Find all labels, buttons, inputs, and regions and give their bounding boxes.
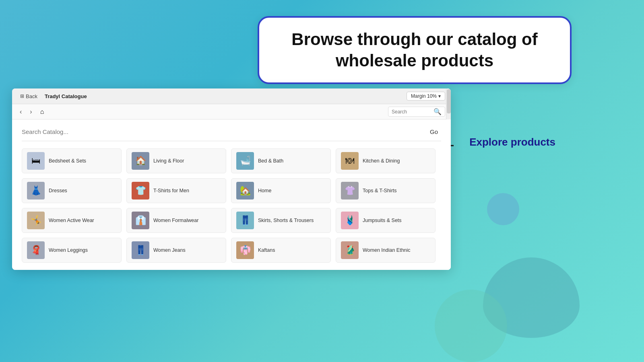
category-icon-bedbath: 🛁 bbox=[240, 156, 251, 165]
category-thumb-tops: 👚 bbox=[341, 182, 359, 200]
content-area: Go 🛏 Bedsheet & Sets 🏠 Living & Floor 🛁 … bbox=[12, 119, 451, 270]
forward-nav-button[interactable]: › bbox=[28, 107, 34, 116]
window-title: Tradyl Catalogue bbox=[45, 93, 402, 99]
category-icon-activewear: 🤸 bbox=[31, 216, 41, 225]
back-icon: ⊞ bbox=[20, 93, 24, 99]
category-icon-indianethnic: 🥻 bbox=[345, 246, 355, 255]
category-card-bedsheet[interactable]: 🛏 Bedsheet & Sets bbox=[22, 148, 122, 173]
catalogue-window: ⊞ Back Tradyl Catalogue Margin 10% ▾ ‹ ›… bbox=[12, 88, 451, 270]
category-thumb-bedbath: 🛁 bbox=[236, 152, 254, 170]
go-button[interactable]: Go bbox=[427, 127, 441, 137]
chevron-down-icon: ▾ bbox=[438, 93, 441, 99]
category-label-tops: Tops & T-Shirts bbox=[363, 188, 397, 193]
category-label-bedsheet: Bedsheet & Sets bbox=[49, 158, 86, 164]
category-label-jumpsuits: Jumpsuits & Sets bbox=[363, 218, 402, 223]
category-icon-skirts: 👖 bbox=[240, 216, 251, 225]
category-grid: 🛏 Bedsheet & Sets 🏠 Living & Floor 🛁 Bed… bbox=[22, 148, 441, 263]
category-icon-living: 🏠 bbox=[135, 156, 146, 165]
category-thumb-living: 🏠 bbox=[132, 152, 149, 170]
category-card-dresses[interactable]: 👗 Dresses bbox=[22, 178, 122, 203]
category-thumb-home: 🏡 bbox=[236, 182, 254, 200]
category-label-dresses: Dresses bbox=[49, 188, 67, 193]
category-card-formalwear[interactable]: 👔 Women Formalwear bbox=[126, 208, 226, 233]
category-thumb-tshirts: 👕 bbox=[132, 182, 149, 200]
title-bar: ⊞ Back Tradyl Catalogue Margin 10% ▾ bbox=[12, 88, 451, 104]
category-thumb-dresses: 👗 bbox=[27, 182, 45, 200]
category-card-kaftans[interactable]: 👘 Kaftans bbox=[231, 238, 331, 263]
category-label-kitchen: Kitchen & Dining bbox=[363, 158, 400, 164]
decorative-blob-3 bbox=[435, 290, 507, 362]
category-icon-dresses: 👗 bbox=[31, 186, 41, 195]
category-label-living: Living & Floor bbox=[153, 158, 184, 164]
search-catalog-row: Go bbox=[22, 127, 441, 141]
category-thumb-kaftans: 👘 bbox=[236, 241, 254, 259]
category-thumb-bedsheet: 🛏 bbox=[27, 152, 45, 170]
category-icon-kaftans: 👘 bbox=[240, 246, 251, 255]
category-thumb-formalwear: 👔 bbox=[132, 212, 149, 229]
category-label-formalwear: Women Formalwear bbox=[153, 218, 198, 223]
category-icon-tshirts: 👕 bbox=[135, 186, 146, 195]
category-card-kitchen[interactable]: 🍽 Kitchen & Dining bbox=[336, 148, 436, 173]
category-thumb-activewear: 🤸 bbox=[27, 212, 45, 229]
category-card-indianethnic[interactable]: 🥻 Women Indian Ethnic bbox=[336, 238, 436, 263]
category-icon-formalwear: 👔 bbox=[135, 216, 146, 225]
scrollbar-thumb[interactable] bbox=[447, 89, 451, 113]
browser-search-bar: 🔍 bbox=[388, 107, 445, 117]
category-card-living[interactable]: 🏠 Living & Floor bbox=[126, 148, 226, 173]
category-icon-home: 🏡 bbox=[240, 186, 251, 195]
category-label-activewear: Women Active Wear bbox=[49, 218, 94, 223]
category-card-jumpsuits[interactable]: 🩱 Jumpsuits & Sets bbox=[336, 208, 436, 233]
category-card-leggings[interactable]: 🧣 Women Leggings bbox=[22, 238, 122, 263]
category-card-tshirts[interactable]: 👕 T-Shirts for Men bbox=[126, 178, 226, 203]
category-icon-leggings: 🧣 bbox=[31, 246, 41, 255]
category-card-skirts[interactable]: 👖 Skirts, Shorts & Trousers bbox=[231, 208, 331, 233]
home-button[interactable]: ⌂ bbox=[38, 107, 46, 116]
category-thumb-jeans: 👖 bbox=[132, 241, 149, 259]
browser-bar: ‹ › ⌂ 🔍 bbox=[12, 104, 451, 119]
category-icon-jeans: 👖 bbox=[135, 246, 146, 255]
category-card-activewear[interactable]: 🤸 Women Active Wear bbox=[22, 208, 122, 233]
category-label-tshirts: T-Shirts for Men bbox=[153, 188, 189, 193]
category-label-indianethnic: Women Indian Ethnic bbox=[363, 247, 411, 253]
explore-label: Explore products bbox=[469, 136, 555, 148]
category-card-jeans[interactable]: 👖 Women Jeans bbox=[126, 238, 226, 263]
category-label-leggings: Women Leggings bbox=[49, 247, 88, 253]
category-label-home: Home bbox=[258, 188, 271, 193]
category-card-home[interactable]: 🏡 Home bbox=[231, 178, 331, 203]
category-label-bedbath: Bed & Bath bbox=[258, 158, 283, 164]
back-button[interactable]: ⊞ Back bbox=[18, 93, 40, 100]
category-icon-bedsheet: 🛏 bbox=[31, 156, 40, 165]
category-card-tops[interactable]: 👚 Tops & T-Shirts bbox=[336, 178, 436, 203]
category-thumb-jumpsuits: 🩱 bbox=[341, 212, 359, 229]
browser-search-input[interactable] bbox=[392, 109, 432, 115]
category-thumb-skirts: 👖 bbox=[236, 212, 254, 229]
category-label-jeans: Women Jeans bbox=[153, 247, 186, 253]
search-catalog-input[interactable] bbox=[22, 128, 427, 135]
category-label-kaftans: Kaftans bbox=[258, 247, 275, 253]
category-icon-jumpsuits: 🩱 bbox=[345, 216, 355, 225]
hero-title: Browse through our catalog of wholesale … bbox=[275, 29, 554, 71]
back-nav-button[interactable]: ‹ bbox=[18, 107, 24, 116]
category-thumb-kitchen: 🍽 bbox=[341, 152, 359, 170]
category-card-bedbath[interactable]: 🛁 Bed & Bath bbox=[231, 148, 331, 173]
category-thumb-indianethnic: 🥻 bbox=[341, 241, 359, 259]
category-thumb-leggings: 🧣 bbox=[27, 241, 45, 259]
category-icon-tops: 👚 bbox=[345, 186, 355, 195]
decorative-blob-1 bbox=[487, 193, 519, 225]
category-icon-kitchen: 🍽 bbox=[345, 156, 354, 165]
hero-callout: Browse through our catalog of wholesale … bbox=[258, 16, 572, 84]
margin-button[interactable]: Margin 10% ▾ bbox=[407, 92, 445, 101]
search-icon: 🔍 bbox=[433, 108, 442, 115]
category-label-skirts: Skirts, Shorts & Trousers bbox=[258, 218, 314, 223]
